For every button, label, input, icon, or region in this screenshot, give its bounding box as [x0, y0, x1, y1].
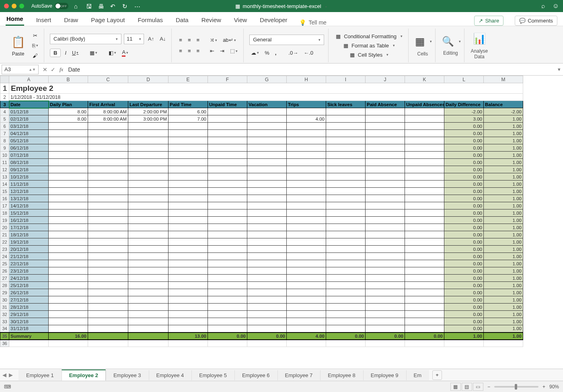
sheet-subtitle[interactable]: 1/12/2018 - 31/12/2018	[9, 94, 523, 101]
cell[interactable]	[128, 144, 168, 152]
cell[interactable]	[49, 188, 88, 195]
cell[interactable]: 1.00	[484, 137, 523, 144]
cell[interactable]	[128, 304, 168, 311]
cell[interactable]	[88, 166, 128, 173]
row-header-9[interactable]: 9	[0, 144, 9, 152]
cell[interactable]	[366, 202, 405, 209]
cell[interactable]	[405, 296, 444, 304]
cell[interactable]	[168, 304, 208, 311]
wrap-text-icon[interactable]: ab↵▾	[221, 36, 237, 44]
cell[interactable]	[208, 123, 247, 130]
row-header-34[interactable]: 34	[0, 325, 9, 332]
cell[interactable]: 0.00	[444, 166, 484, 173]
cell[interactable]	[208, 159, 247, 166]
cell[interactable]	[247, 202, 287, 209]
cell[interactable]	[88, 181, 128, 188]
increase-font-icon[interactable]: A↑	[146, 35, 156, 43]
col-header-C[interactable]: C	[88, 76, 128, 83]
cell[interactable]	[168, 166, 208, 173]
cell[interactable]	[366, 130, 405, 137]
cell[interactable]	[405, 166, 444, 173]
cell[interactable]	[405, 260, 444, 267]
cell[interactable]	[366, 282, 405, 289]
col-header-M[interactable]: M	[484, 76, 523, 83]
cell[interactable]: 0.00	[444, 130, 484, 137]
minimize-window-icon[interactable]	[12, 4, 16, 8]
cell[interactable]	[128, 246, 168, 253]
cell[interactable]: 1.00	[484, 123, 523, 130]
cell[interactable]	[49, 318, 88, 325]
cell[interactable]	[484, 340, 523, 347]
cell[interactable]: 1.00	[484, 115, 523, 123]
cell[interactable]	[88, 289, 128, 296]
cell[interactable]	[366, 238, 405, 246]
cell[interactable]: 0.00	[326, 332, 366, 340]
cell[interactable]	[49, 231, 88, 238]
cell[interactable]	[405, 340, 444, 347]
cell[interactable]	[168, 267, 208, 275]
cell[interactable]: 0.00	[444, 209, 484, 217]
sheet-tab[interactable]: Em	[406, 370, 429, 380]
row-header-33[interactable]: 33	[0, 318, 9, 325]
cell[interactable]: 12/12/18	[9, 188, 49, 195]
tab-review[interactable]: Review	[201, 14, 222, 26]
col-header-H[interactable]: H	[287, 76, 326, 83]
cell[interactable]	[287, 181, 326, 188]
row-header-18[interactable]: 18	[0, 209, 9, 217]
cell[interactable]: 0.00	[444, 224, 484, 231]
cell[interactable]: 17/12/18	[9, 224, 49, 231]
redo-icon[interactable]: ↻	[122, 3, 129, 9]
cell[interactable]	[128, 188, 168, 195]
cell[interactable]: 1.00	[484, 181, 523, 188]
cell[interactable]: 0.00	[444, 188, 484, 195]
cell[interactable]	[366, 296, 405, 304]
tab-developer[interactable]: Developer	[259, 14, 288, 26]
cell[interactable]: 0.00	[247, 332, 287, 340]
cell[interactable]	[405, 238, 444, 246]
col-header-J[interactable]: J	[366, 76, 405, 83]
sheet-tab[interactable]: Employee 3	[106, 370, 149, 380]
cell[interactable]	[247, 340, 287, 347]
cell[interactable]	[326, 260, 366, 267]
cell[interactable]: 0.00	[444, 275, 484, 282]
cell[interactable]	[326, 289, 366, 296]
cell[interactable]	[366, 289, 405, 296]
cell[interactable]: 29/12/18	[9, 311, 49, 318]
merge-icon[interactable]: ⬚▾	[228, 47, 239, 55]
bold-button[interactable]: B	[50, 49, 61, 57]
next-sheet-icon[interactable]: ▶	[9, 372, 13, 378]
cell[interactable]	[88, 202, 128, 209]
cell[interactable]	[405, 325, 444, 332]
cell[interactable]	[128, 159, 168, 166]
cell[interactable]	[208, 166, 247, 173]
find-icon[interactable]: 🔍	[440, 35, 456, 48]
cell[interactable]	[287, 289, 326, 296]
table-header[interactable]: Paid Time	[168, 101, 208, 108]
cell[interactable]	[88, 296, 128, 304]
cell[interactable]	[88, 304, 128, 311]
cell[interactable]	[287, 173, 326, 181]
cell[interactable]	[168, 144, 208, 152]
sheet-tab[interactable]: Employee 7	[277, 370, 321, 380]
cell[interactable]: 8:00:00 AM	[88, 115, 128, 123]
cell[interactable]: 1.00	[484, 332, 523, 340]
cell[interactable]	[405, 304, 444, 311]
cell[interactable]	[366, 246, 405, 253]
cell[interactable]	[287, 152, 326, 159]
cell[interactable]: 13.00	[168, 332, 208, 340]
cell[interactable]: 0.00	[444, 152, 484, 159]
cell[interactable]	[128, 195, 168, 202]
cell[interactable]	[405, 231, 444, 238]
cell[interactable]	[326, 137, 366, 144]
cell[interactable]	[366, 209, 405, 217]
cell[interactable]	[168, 282, 208, 289]
format-painter-icon[interactable]: 🖌	[31, 52, 40, 60]
cell[interactable]	[247, 253, 287, 260]
cell[interactable]	[287, 340, 326, 347]
cell[interactable]	[208, 246, 247, 253]
cell[interactable]	[128, 253, 168, 260]
table-header[interactable]: Trips	[287, 101, 326, 108]
cancel-icon[interactable]: ✕	[43, 66, 47, 73]
cell[interactable]	[326, 152, 366, 159]
cell[interactable]: 0.00	[444, 253, 484, 260]
